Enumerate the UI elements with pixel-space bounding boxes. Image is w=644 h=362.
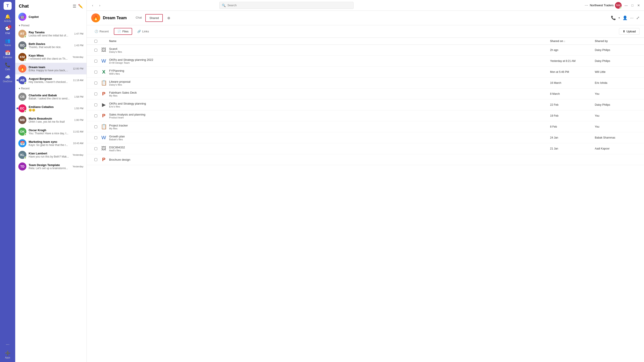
fullscreen-button[interactable]: ⤢ [636,15,640,20]
file-row-brochure[interactable]: P Brochure design [87,154,644,165]
row-checkbox-growth[interactable] [91,136,100,139]
file-row-sales[interactable]: P Sales Analysis and planning Product te… [87,110,644,121]
row-checkbox-litware[interactable] [91,81,100,84]
compose-icon[interactable]: ✏️ [78,4,83,9]
close-button[interactable]: ✕ [636,3,641,8]
row-checkbox-sales[interactable] [91,114,100,117]
file-location-litware: Daisy's files [109,83,550,86]
contact-marie[interactable]: MB Marie Beaudouin Ohhh I see, yes let m… [15,114,86,126]
upload-button[interactable]: ⬆ Upload [619,28,640,35]
contact-name-kian: Kian Lambert [28,152,70,155]
recent-tab-button[interactable]: 🕐 Recent [91,28,112,35]
file-row-dsc[interactable]: 🖼 DSC894332 Aadi's files 21 Jan Aadi Kap… [87,143,644,154]
row-checkbox-fyplanning[interactable] [91,71,100,73]
contact-emiliano[interactable]: EC Emiliano Ceballos 😊😊 1:55 PM [15,103,86,114]
col-name-header[interactable]: Name [109,39,550,43]
contact-dream[interactable]: 🔥 Dream team Erika: Happy to have you ba… [15,63,86,74]
copilot-item[interactable]: 🤖 Copilot [15,10,86,23]
contact-name-teamdesign: Team Design Template [28,163,70,167]
contact-marketing[interactable]: 📅 Marketing team sync Kayo: So glad to h… [15,137,86,149]
select-all-checkbox[interactable] [91,39,100,43]
tab-add-button[interactable]: ⊕ [166,14,172,22]
contact-name-marketing: Marketing team sync [28,140,71,143]
people-icon[interactable]: 👤 [622,15,628,20]
contact-ray[interactable]: RT Ray Tanaka Louisa will send the initi… [15,28,86,39]
row-checkbox-tracker[interactable] [91,125,100,128]
search-icon: 🔍 [222,3,226,7]
file-row-growth[interactable]: W Growth plan Babak's files 24 Jan Babak… [87,132,644,143]
file-name-brochure: Brochure design [109,158,550,161]
contact-teamdesign[interactable]: TD Team Design Template Reta: Let's set … [15,161,86,172]
nav-back-button[interactable]: ‹ [90,2,96,8]
file-icon-dsc: 🖼 [100,145,107,152]
topbar-more-button[interactable]: ··· [585,3,588,7]
file-name-col-sales: Sales Analysis and planning Product team [109,113,550,119]
row-checkbox-fabrikam[interactable] [91,92,100,95]
col-shared-on-header[interactable]: Shared on ↓ [550,39,595,43]
sidebar-header: Chat ☰ ✏️ [15,0,86,10]
file-row-fyplanning[interactable]: X FYPlanning Will's files Mon at 5:46 PM… [87,67,644,77]
files-icon: 📄 [118,30,121,33]
contact-preview-marketing: Kayo: So glad to hear that the r... [28,143,71,147]
call-button[interactable]: 📞 [611,15,616,20]
user-avatar[interactable]: NW [615,2,622,9]
rail-item-more[interactable]: ··· [1,340,14,348]
file-row-okrs[interactable]: ▶ OKRs and Strategy planning Eric's file… [87,99,644,110]
rail-item-calls[interactable]: 📞 Calls [1,61,14,72]
file-location-dsc: Aadi's files [109,149,550,152]
status-dot-august [24,82,26,84]
rail-item-onedrive[interactable]: ☁️ OneDrive [1,73,14,84]
maximize-button[interactable]: □ [630,3,635,8]
nav-arrows: ‹ › [90,2,103,8]
tab-chat[interactable]: Chat [132,14,145,22]
row-checkbox-brochure[interactable] [91,158,100,161]
contact-kayo[interactable]: KM Kayo Miwa I reviewed with the client … [15,51,86,63]
file-name-growth: Growth plan [109,135,550,138]
contact-name-dream: Dream team [28,65,71,69]
links-tab-button[interactable]: 🔗 Links [134,28,152,35]
more-options-button[interactable]: ··· [630,16,634,20]
file-row-scan4[interactable]: 🖼 Scan4 Daisy's files 2h ago Daisy Phili… [87,45,644,56]
file-row-litware[interactable]: 📋 Litware proposal Daisy's files 16 Marc… [87,77,644,88]
row-checkbox-scan4[interactable] [91,49,100,52]
file-by-dsc: Aadi Kapoor [595,147,640,150]
rail-item-chat[interactable]: 💬 1 Chat [1,24,14,36]
links-tab-label: Links [142,30,149,33]
search-input[interactable] [228,3,351,7]
contact-oscar[interactable]: OK Oscar Krogh You: Thanks! Have a nice … [15,126,86,137]
rail-item-apps[interactable]: ➕ Apps [1,349,14,360]
status-dot-ray [24,35,26,38]
files-tab-button[interactable]: 📄 Files [114,28,132,35]
contact-preview-oscar: You: Thanks! Have a nice day, I... [28,132,71,135]
tab-shared[interactable]: Shared [145,14,163,22]
row-checkbox-okrs[interactable] [91,103,100,106]
filter-icon[interactable]: ☰ [73,4,76,9]
nav-forward-button[interactable]: › [96,2,103,8]
search-bar[interactable]: 🔍 [219,2,354,9]
select-all-input[interactable] [94,40,97,43]
file-location-fyplanning: Will's files [109,72,550,75]
contact-beth[interactable]: BD Beth Davies Thanks, that would be nic… [15,39,86,51]
call-dropdown-icon[interactable]: ▾ [618,16,620,19]
file-name-col-dsc: DSC894332 Aadi's files [109,146,550,152]
rail-item-activity[interactable]: 🔔 Activity [1,12,14,24]
rail-item-calendar[interactable]: 📅 Calendar [1,49,14,60]
file-row-okrs2022[interactable]: W OKRs and Strategy planning 2022 D+W De… [87,56,644,67]
file-row-fabrikam[interactable]: P Fabrikam Sales Deck My files 8 March Y… [87,88,644,99]
row-checkbox-okrs2022[interactable] [91,60,100,62]
contact-kian[interactable]: KL Kian Lambert Have you run this by Bet… [15,149,86,161]
rail-item-teams[interactable]: 👥 Teams [1,37,14,48]
file-icon-okrs2022: W [100,57,107,64]
minimize-button[interactable]: — [624,3,629,8]
file-name-fabrikam: Fabrikam Sales Deck [109,91,550,94]
pinned-section-header[interactable]: ▾ Pinned [15,23,86,28]
contact-charlotte[interactable]: CB Charlotte and Babak Babak: I asked th… [15,91,86,103]
file-row-tracker[interactable]: 📋 Project tracker My files 8 Feb You [87,121,644,132]
files-section: 🕐 Recent 📄 Files 🔗 Links ⬆ Upload [87,25,644,362]
teams-icon: 👥 [5,38,10,43]
row-checkbox-dsc[interactable] [91,147,100,150]
contact-august[interactable]: AB August Bergman Hey Daniela, I haven't… [15,74,86,86]
recent-section-header[interactable]: ▾ Recent [15,86,86,91]
team-header: 🔥 Dream Team Chat Shared ⊕ 📞 ▾ 👤 ··· ⤢ [87,11,644,25]
onedrive-label: OneDrive [3,80,12,83]
